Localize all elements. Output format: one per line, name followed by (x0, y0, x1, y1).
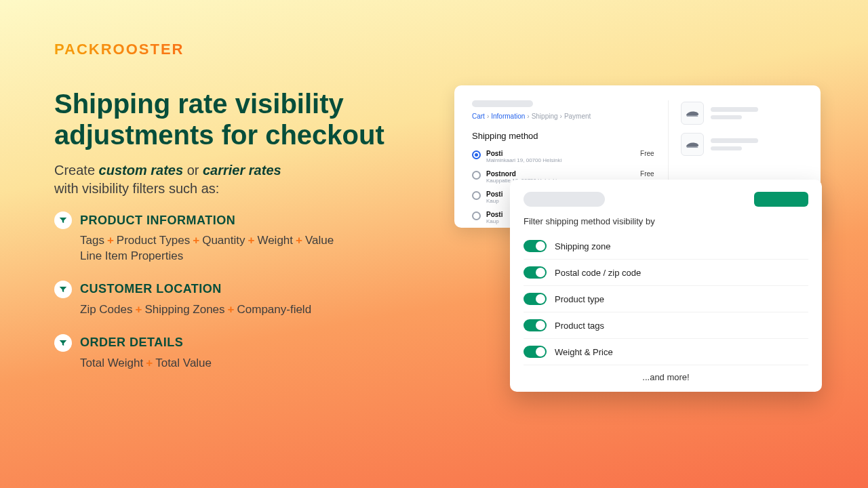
feature-block: ORDER DETAILSTotal Weight+Total Value (54, 334, 420, 371)
feature-part: Zip Codes (80, 303, 132, 316)
feature-part: Line Item Properties (80, 249, 183, 262)
feature-part: Product Types (117, 234, 190, 247)
product-thumbnail (681, 133, 704, 156)
feature-part: Shipping Zones (144, 303, 224, 316)
filter-row: Postal code / zip code (524, 259, 808, 285)
plus-separator: + (193, 234, 199, 247)
toggle-switch[interactable] (524, 319, 547, 331)
plus-separator: + (228, 303, 235, 316)
breadcrumb-item[interactable]: Payment (564, 113, 591, 120)
breadcrumb-item[interactable]: Information (491, 113, 525, 120)
feature-part: Total Weight (80, 357, 143, 369)
cart-line-item (681, 133, 803, 156)
subheading: Create custom rates or carrier rates wit… (54, 161, 281, 198)
skeleton-pill (524, 192, 605, 207)
feature-block: CUSTOMER LOCATIONZip Codes+Shipping Zone… (54, 281, 420, 318)
feature-part: Company-field (237, 303, 312, 316)
sub-mid: or (183, 163, 203, 178)
sub-pre: Create (54, 163, 99, 178)
save-button[interactable] (754, 192, 808, 207)
feature-title: ORDER DETAILS (80, 336, 183, 350)
plus-separator: + (135, 303, 142, 316)
filter-row: Product tags (524, 312, 808, 338)
breadcrumb-item[interactable]: Cart (472, 113, 485, 120)
feature-part: Quantity (202, 234, 245, 247)
filter-icon (54, 211, 72, 229)
shipping-option-price: Free (640, 170, 654, 178)
shipping-option-price: Free (640, 150, 654, 157)
filter-label: Shipping zone (555, 241, 610, 251)
plus-separator: + (296, 234, 302, 247)
radio-button[interactable] (472, 150, 481, 159)
feature-title: PRODUCT INFORMATION (80, 214, 235, 228)
skeleton-line (711, 115, 742, 119)
filter-row: Product type (524, 285, 808, 312)
radio-button[interactable] (472, 211, 481, 220)
feature-block: PRODUCT INFORMATIONTags+Product Types+Qu… (54, 211, 420, 264)
skeleton-line (711, 146, 742, 150)
filter-label: Product tags (555, 321, 604, 331)
sub-em-carrier: carrier rates (203, 163, 281, 178)
plus-separator: + (248, 234, 254, 247)
shipping-option-name: Posti (486, 150, 635, 157)
breadcrumb-item[interactable]: Shipping (532, 113, 558, 120)
filters-more: ...and more! (524, 365, 808, 382)
filter-icon (54, 281, 72, 298)
page-title: Shipping rate visibility adjustments for… (54, 88, 434, 150)
toggle-switch[interactable] (524, 346, 547, 358)
filter-label: Weight & Price (555, 347, 613, 357)
feature-part: Tags (80, 234, 104, 247)
shipping-option-name: Postnord (486, 170, 635, 178)
skeleton-line (711, 138, 758, 143)
feature-list: PRODUCT INFORMATIONTags+Product Types+Qu… (54, 211, 420, 388)
toggle-switch[interactable] (524, 293, 547, 305)
toggle-switch[interactable] (524, 240, 547, 252)
skeleton-line (711, 107, 758, 112)
product-thumbnail (681, 102, 704, 125)
filter-icon (54, 334, 72, 352)
chevron-right-icon: › (487, 113, 489, 120)
feature-body: Zip Codes+Shipping Zones+Company-field (80, 302, 420, 318)
filters-heading: Filter shipping method visibility by (524, 216, 808, 226)
toggle-switch[interactable] (524, 266, 547, 279)
brand-logo: PACKROOSTER (54, 41, 184, 58)
sub-em-custom: custom rates (99, 163, 184, 178)
shipping-option-address: Malminkaari 19, 00700 Helsinki (486, 157, 635, 163)
feature-part: Total Value (155, 357, 212, 369)
filter-row: Shipping zone (524, 233, 808, 259)
sub-line2: with visibility filters such as: (54, 181, 219, 196)
filters-card: Filter shipping method visibility by Shi… (510, 180, 822, 392)
plus-separator: + (107, 234, 114, 247)
shipping-method-heading: Shipping method (472, 131, 668, 141)
shipping-option[interactable]: PostiMalminkaari 19, 00700 HelsinkiFree (472, 146, 668, 167)
feature-body: Total Weight+Total Value (80, 356, 420, 371)
radio-button[interactable] (472, 171, 481, 180)
feature-part: Weight (257, 234, 293, 247)
filter-row: Weight & Price (524, 338, 808, 365)
radio-button[interactable] (472, 191, 481, 200)
chevron-right-icon: › (560, 113, 562, 120)
feature-part: Value (305, 234, 334, 247)
filter-label: Postal code / zip code (555, 268, 641, 278)
filter-label: Product type (555, 294, 604, 304)
feature-body: Tags+Product Types+Quantity+Weight+Value… (80, 233, 420, 264)
breadcrumb: Cart›Information›Shipping›Payment (472, 113, 668, 120)
feature-title: CUSTOMER LOCATION (80, 282, 222, 296)
skeleton-line (472, 100, 533, 107)
cart-line-item (681, 102, 803, 125)
plus-separator: + (146, 357, 153, 369)
chevron-right-icon: › (527, 113, 529, 120)
